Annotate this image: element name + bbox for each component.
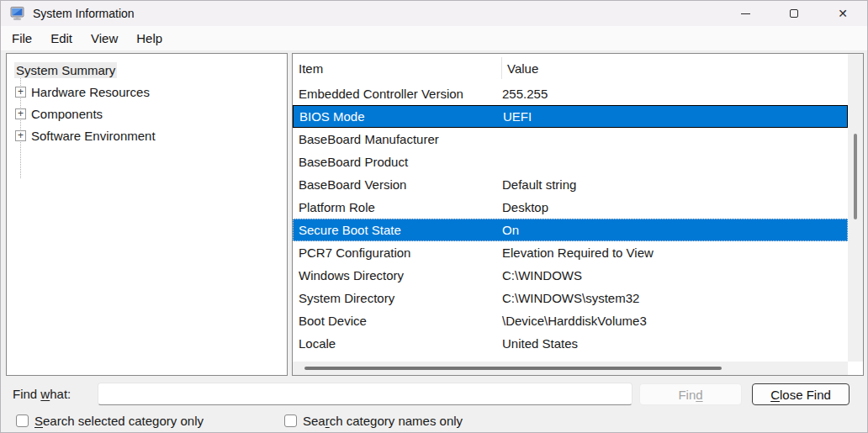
row-value: UEFI xyxy=(503,109,532,124)
table-row[interactable]: Boot Device \Device\HarddiskVolume3 xyxy=(293,309,848,332)
close-icon: ✕ xyxy=(838,8,848,19)
row-value: 255.255 xyxy=(502,87,548,101)
column-header-value[interactable]: Value xyxy=(502,61,538,76)
row-value: C:\WINDOWS\system32 xyxy=(502,291,639,305)
close-button[interactable]: ✕ xyxy=(818,1,867,26)
horizontal-scrollbar-thumb[interactable] xyxy=(304,367,722,370)
tree-item-software-environment[interactable]: + Software Environment xyxy=(7,124,287,146)
row-item: BaseBoard Version xyxy=(293,177,502,192)
tree-item-label: System Summary xyxy=(14,62,117,78)
row-item: Secure Boot State xyxy=(293,223,502,237)
search-selected-category-checkbox[interactable] xyxy=(16,415,29,427)
checkbox-label: Search category names only xyxy=(303,414,463,428)
column-header-item[interactable]: Item xyxy=(293,61,501,76)
tree-item-label: Software Environment xyxy=(31,129,156,143)
search-category-names-only-option[interactable]: Search category names only xyxy=(284,414,463,428)
vertical-scrollbar[interactable] xyxy=(848,54,863,362)
minimize-button[interactable] xyxy=(721,1,770,26)
table-rows: Embedded Controller Version 255.255 BIOS… xyxy=(293,82,863,355)
tree-item-system-summary[interactable]: System Summary xyxy=(7,59,287,81)
row-value: C:\WINDOWS xyxy=(502,268,582,283)
vertical-scrollbar-thumb[interactable] xyxy=(854,134,857,219)
find-what-label: Find what: xyxy=(13,387,71,401)
table-row[interactable]: BaseBoard Product xyxy=(293,150,848,173)
menubar: File Edit View Help xyxy=(1,26,867,51)
table-row[interactable]: System Directory C:\WINDOWS\system32 xyxy=(293,287,848,309)
search-options-row: Search selected category only Search cat… xyxy=(1,410,867,433)
tree-item-label: Components xyxy=(31,107,103,121)
row-item: Platform Role xyxy=(293,200,502,214)
table-row[interactable]: Platform Role Desktop xyxy=(293,196,848,219)
table-row[interactable]: Locale United States xyxy=(293,332,848,355)
category-tree-panel: System Summary + Hardware Resources + Co… xyxy=(6,53,288,376)
row-item: Locale xyxy=(293,336,502,351)
tree-item-label: Hardware Resources xyxy=(31,85,150,99)
system-information-window: System Information ✕ File Edit View Help… xyxy=(0,0,868,433)
expand-plus-icon[interactable]: + xyxy=(15,87,26,98)
maximize-icon xyxy=(790,9,798,18)
search-selected-category-only-option[interactable]: Search selected category only xyxy=(16,414,204,428)
row-item: Embedded Controller Version xyxy=(293,87,502,101)
find-bar: Find what: Find Close Find xyxy=(1,381,867,408)
tree-item-components[interactable]: + Components xyxy=(7,103,287,124)
menu-help[interactable]: Help xyxy=(127,27,172,50)
menu-edit[interactable]: Edit xyxy=(41,27,82,50)
row-item: Boot Device xyxy=(293,314,502,328)
row-item: System Directory xyxy=(293,291,502,305)
minimize-icon xyxy=(741,13,750,14)
find-what-input[interactable] xyxy=(98,383,632,405)
menu-file[interactable]: File xyxy=(3,27,41,50)
row-item: BaseBoard Manufacturer xyxy=(293,132,502,146)
row-value: Default string xyxy=(502,177,576,192)
menu-view[interactable]: View xyxy=(82,27,127,50)
row-value: On xyxy=(502,223,519,237)
system-information-app-icon xyxy=(10,7,25,20)
search-category-names-checkbox[interactable] xyxy=(284,415,297,427)
horizontal-scrollbar[interactable] xyxy=(293,362,848,375)
table-row[interactable]: PCR7 Configuration Elevation Required to… xyxy=(293,241,848,264)
row-item: BaseBoard Product xyxy=(293,155,502,169)
maximize-button[interactable] xyxy=(770,1,818,26)
window-title: System Information xyxy=(33,7,135,20)
table-row[interactable]: BaseBoard Version Default string xyxy=(293,173,848,196)
row-item: Windows Directory xyxy=(293,268,502,283)
tree-item-hardware-resources[interactable]: + Hardware Resources xyxy=(7,81,287,103)
row-value: United States xyxy=(502,336,578,351)
titlebar: System Information ✕ xyxy=(1,1,867,26)
close-find-button[interactable]: Close Find xyxy=(752,383,849,405)
table-row[interactable]: Embedded Controller Version 255.255 xyxy=(293,82,848,105)
table-header: Item Value xyxy=(293,54,863,82)
row-value: Desktop xyxy=(502,200,548,214)
table-row[interactable]: Windows Directory C:\WINDOWS xyxy=(293,264,848,287)
row-item: PCR7 Configuration xyxy=(293,246,502,260)
table-row-secure-boot-state-selected[interactable]: Secure Boot State On xyxy=(293,219,848,241)
expand-plus-icon[interactable]: + xyxy=(15,108,26,119)
checkbox-label: Search selected category only xyxy=(34,414,204,428)
row-value: \Device\HarddiskVolume3 xyxy=(502,314,647,328)
details-table-panel: Item Value Embedded Controller Version 2… xyxy=(292,53,864,376)
expand-plus-icon[interactable]: + xyxy=(15,130,26,141)
table-row-bios-mode-selected[interactable]: BIOS Mode UEFI xyxy=(293,105,848,128)
window-controls: ✕ xyxy=(721,1,867,26)
find-button[interactable]: Find xyxy=(639,383,742,405)
row-value: Elevation Required to View xyxy=(502,246,654,260)
row-item: BIOS Mode xyxy=(294,109,503,124)
table-row[interactable]: BaseBoard Manufacturer xyxy=(293,128,848,150)
